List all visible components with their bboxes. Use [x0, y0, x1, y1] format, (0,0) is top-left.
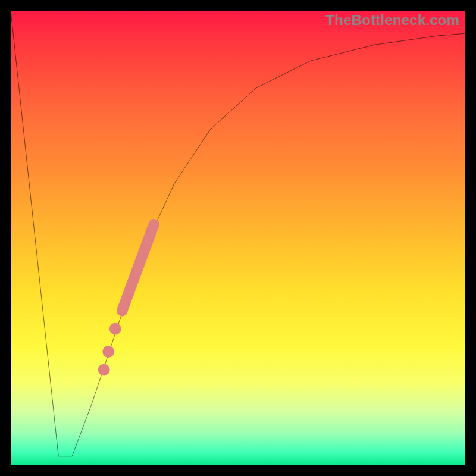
highlight-dot: [109, 323, 121, 335]
highlight-dot: [98, 364, 110, 376]
highlight-dot: [102, 346, 114, 358]
plot-area: TheBottleneck.com: [11, 11, 465, 465]
main-curve: [11, 11, 465, 456]
chart-frame: TheBottleneck.com: [0, 0, 476, 476]
highlight-thick-segment: [122, 224, 154, 311]
chart-svg: [11, 11, 465, 465]
